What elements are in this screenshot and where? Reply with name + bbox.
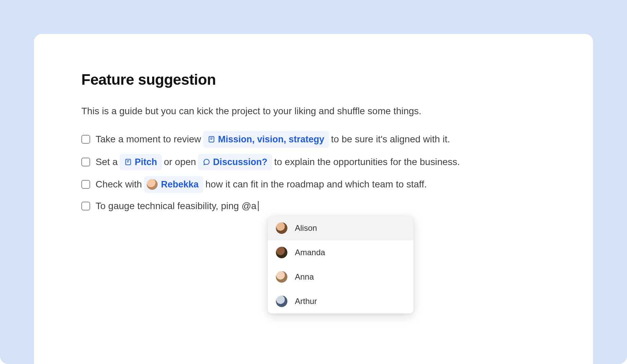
- task-row-editing: To gauge technical feasibility, ping @a …: [81, 199, 546, 213]
- text-cursor: [258, 201, 259, 211]
- doc-link-label: Pitch: [135, 155, 157, 169]
- avatar: [276, 296, 287, 307]
- task-text: to explain the opportunities for the bus…: [274, 155, 460, 169]
- task-row: Set a Pitch or open Discussion? to expla…: [81, 154, 546, 170]
- checkbox[interactable]: [81, 180, 90, 189]
- mention-option-alison[interactable]: Alison: [268, 216, 413, 240]
- mention-option-label: Anna: [295, 271, 314, 283]
- task-text: Take a moment to review: [96, 132, 201, 146]
- doc-link-pitch[interactable]: Pitch: [120, 154, 162, 170]
- task-text-editing[interactable]: To gauge technical feasibility, ping @a: [96, 199, 257, 213]
- checkbox[interactable]: [81, 158, 90, 166]
- mention-option-amanda[interactable]: Amanda: [268, 240, 413, 265]
- avatar: [276, 271, 287, 283]
- avatar: [276, 222, 287, 234]
- mention-option-anna[interactable]: Anna: [268, 265, 413, 289]
- mention-option-label: Arthur: [295, 295, 317, 307]
- task-row: Check with Rebekka how it can fit in the…: [81, 176, 546, 193]
- document-card: Feature suggestion This is a guide but y…: [34, 34, 593, 364]
- user-mention-rebekka[interactable]: Rebekka: [144, 176, 203, 193]
- doc-link-label: Mission, vision, strategy: [218, 133, 324, 146]
- checkbox[interactable]: [81, 202, 90, 210]
- mention-autocomplete-popup: Alison Amanda Anna Arthur: [268, 216, 413, 314]
- task-text: Check with: [96, 177, 142, 191]
- mention-option-label: Amanda: [295, 246, 325, 259]
- doc-link-mission-vision-strategy[interactable]: Mission, vision, strategy: [203, 131, 329, 148]
- page-title: Feature suggestion: [81, 71, 546, 88]
- avatar: [147, 179, 158, 190]
- mention-option-arthur[interactable]: Arthur: [268, 289, 413, 314]
- task-row: Take a moment to review Mission, vision,…: [81, 131, 546, 148]
- mention-option-label: Alison: [295, 222, 317, 234]
- intro-paragraph: This is a guide but you can kick the pro…: [81, 104, 546, 118]
- task-text: Set a: [96, 155, 118, 169]
- discussion-link[interactable]: Discussion?: [198, 154, 272, 170]
- document-icon: [124, 158, 132, 166]
- discussion-link-label: Discussion?: [213, 155, 267, 169]
- avatar: [276, 247, 287, 258]
- document-icon: [208, 136, 215, 143]
- chat-icon: [203, 158, 210, 166]
- user-mention-label: Rebekka: [161, 178, 199, 191]
- task-text: to be sure it's aligned with it.: [331, 132, 450, 146]
- task-text: how it can fit in the roadmap and which …: [205, 177, 427, 191]
- task-text: or open: [164, 155, 196, 169]
- checkbox[interactable]: [81, 135, 90, 144]
